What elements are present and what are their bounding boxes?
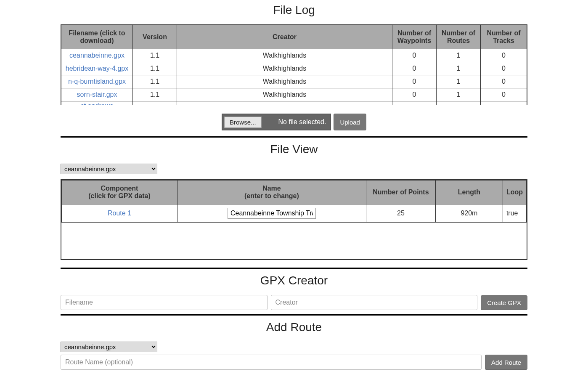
file-view-table-container: Component (click for GPX data) Name (ent… bbox=[61, 179, 527, 260]
table-row: ceannabeinne.gpx 1.1 Walkhighlands 0 1 0 bbox=[61, 49, 527, 62]
add-route-title: Add Route bbox=[61, 321, 527, 334]
route-name-optional-input[interactable] bbox=[61, 355, 482, 370]
table-row: hebridean-way-4.gpx 1.1 Walkhighlands 0 … bbox=[61, 62, 527, 75]
tracks-cell: 0 bbox=[481, 75, 527, 88]
file-view-header-component: Component (click for GPX data) bbox=[62, 180, 177, 204]
file-log-header-filename: Filename (click to download) bbox=[61, 25, 133, 49]
file-view-table: Component (click for GPX data) Name (ent… bbox=[61, 180, 527, 223]
creator-cell: Walkhighlands bbox=[177, 75, 392, 88]
filename-link[interactable]: sorn-stair.gpx bbox=[77, 91, 117, 98]
version-cell: 1.1 bbox=[133, 88, 177, 101]
waypoints-cell: 0 bbox=[392, 49, 437, 62]
route-name-input[interactable] bbox=[228, 208, 316, 219]
upload-button[interactable]: Upload bbox=[334, 114, 366, 130]
creator-cell: Walkhighlands bbox=[177, 88, 392, 101]
file-view-header-loop: Loop bbox=[503, 180, 526, 204]
file-log-table-container: Filename (click to download) Version Cre… bbox=[61, 24, 527, 105]
browse-button[interactable]: Browse... bbox=[224, 117, 262, 128]
file-log-header-routes: Number of Routes bbox=[437, 25, 481, 49]
table-row: sorn-stair.gpx 1.1 Walkhighlands 0 1 0 bbox=[61, 88, 527, 101]
table-row: st andrews bbox=[61, 101, 527, 106]
tracks-cell: 0 bbox=[481, 88, 527, 101]
version-cell: 1.1 bbox=[133, 75, 177, 88]
creator-cell: Walkhighlands bbox=[177, 49, 392, 62]
file-view-select[interactable]: ceannabeinne.gpx bbox=[61, 164, 157, 174]
tracks-cell: 0 bbox=[481, 62, 527, 75]
file-view-title: File View bbox=[61, 143, 527, 156]
divider bbox=[61, 268, 527, 269]
creator-cell: Walkhighlands bbox=[177, 62, 392, 75]
file-log-header-tracks: Number of Tracks bbox=[481, 25, 527, 49]
routes-cell: 1 bbox=[437, 62, 481, 75]
points-cell: 25 bbox=[366, 204, 435, 223]
component-link[interactable]: Route 1 bbox=[108, 210, 131, 217]
waypoints-cell: 0 bbox=[392, 62, 437, 75]
gpx-creator-title: GPX Creator bbox=[61, 274, 527, 287]
file-log-header-waypoints: Number of Waypoints bbox=[392, 25, 437, 49]
file-view-header-points: Number of Points bbox=[366, 180, 435, 204]
divider bbox=[61, 136, 527, 138]
gpx-creator-input[interactable] bbox=[271, 295, 478, 310]
routes-cell: 1 bbox=[437, 75, 481, 88]
file-view-header-name: Name (enter to change) bbox=[177, 180, 366, 204]
file-log-title: File Log bbox=[61, 3, 527, 17]
routes-cell: 1 bbox=[437, 49, 481, 62]
table-row: Route 1 25 920m true bbox=[62, 204, 527, 223]
file-log-header-creator: Creator bbox=[177, 25, 392, 49]
gpx-filename-input[interactable] bbox=[61, 295, 268, 310]
file-view-header-length: Length bbox=[435, 180, 503, 204]
loop-cell: true bbox=[503, 204, 526, 223]
version-cell: 1.1 bbox=[133, 49, 177, 62]
waypoints-cell: 0 bbox=[392, 75, 437, 88]
create-gpx-button[interactable]: Create GPX bbox=[481, 295, 527, 310]
routes-cell: 1 bbox=[437, 88, 481, 101]
add-route-button[interactable]: Add Route bbox=[485, 355, 527, 370]
file-selected-text: No file selected. bbox=[278, 118, 326, 126]
waypoints-cell: 0 bbox=[392, 88, 437, 101]
file-log-table: Filename (click to download) Version Cre… bbox=[61, 25, 527, 105]
filename-link[interactable]: ceannabeinne.gpx bbox=[69, 52, 124, 59]
file-log-header-version: Version bbox=[133, 25, 177, 49]
version-cell: 1.1 bbox=[133, 62, 177, 75]
table-row: n-q-burntisland.gpx 1.1 Walkhighlands 0 … bbox=[61, 75, 527, 88]
file-picker[interactable]: Browse... No file selected. bbox=[222, 114, 331, 130]
filename-link[interactable]: n-q-burntisland.gpx bbox=[68, 78, 126, 85]
length-cell: 920m bbox=[435, 204, 503, 223]
tracks-cell: 0 bbox=[481, 49, 527, 62]
divider bbox=[61, 314, 527, 316]
filename-link[interactable]: hebridean-way-4.gpx bbox=[66, 65, 128, 72]
add-route-select[interactable]: ceannabeinne.gpx bbox=[61, 342, 157, 352]
filename-link[interactable]: st andrews bbox=[81, 102, 113, 105]
